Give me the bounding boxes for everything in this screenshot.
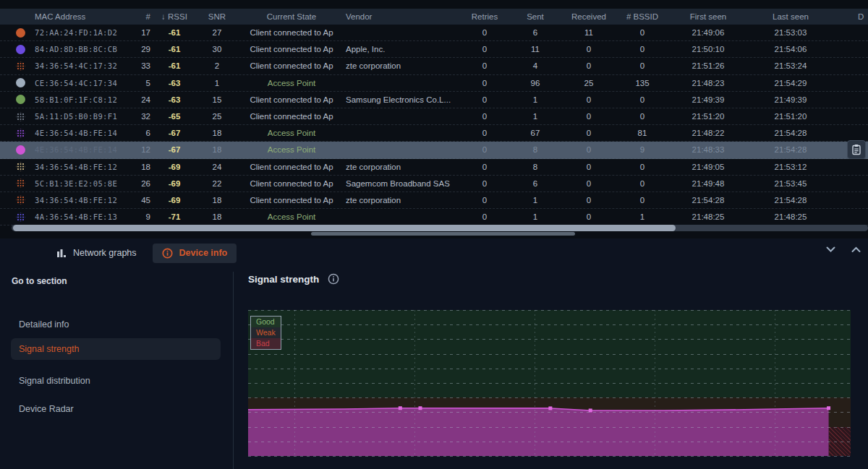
cell-bssid: 0: [616, 95, 668, 104]
device-dot-cell: [0, 212, 29, 222]
chart-title: Signal strength: [248, 274, 319, 285]
cell-received: 0: [561, 179, 616, 188]
data-point-marker[interactable]: [419, 406, 422, 410]
cell-snr: 18: [195, 196, 239, 205]
cell-sent: 11: [509, 45, 561, 53]
cell-rssi: -67: [153, 145, 195, 154]
cell-count: 29: [123, 45, 153, 53]
cell-bssid: 0: [616, 196, 668, 205]
cell-count: 17: [123, 28, 153, 37]
page-scrollbar-thumb[interactable]: [311, 232, 575, 236]
cell-rssi: -63: [153, 79, 195, 87]
table-row[interactable]: 34:36:54:4C:17:3233-612Client connected …: [0, 58, 868, 74]
table-row[interactable]: 4A:36:54:4B:FE:139-7118Access Point01012…: [0, 209, 868, 225]
cell-first-seen: 21:49:06: [668, 28, 748, 37]
column-header-rssi[interactable]: ↓ RSSI: [153, 12, 195, 21]
chevron-up-icon[interactable]: [851, 246, 861, 253]
info-tooltip-icon[interactable]: [328, 273, 339, 285]
info-icon: [162, 248, 173, 259]
device-color-icon: [16, 95, 25, 104]
device-dot-cell: [0, 78, 29, 87]
table-row[interactable]: 4E:36:54:4B:FE:1412-6718Access Point0809…: [0, 142, 868, 158]
table-row[interactable]: 4E:36:54:4B:FE:146-6718Access Point06708…: [0, 125, 868, 142]
column-header-first-seen[interactable]: First seen: [668, 12, 748, 21]
data-point-marker[interactable]: [827, 406, 830, 410]
cell-received: 0: [561, 129, 616, 137]
cell-last-seen: 21:54:28: [748, 196, 833, 205]
cell-bssid: 0: [616, 179, 668, 188]
y-gridline: [248, 354, 851, 355]
table-horizontal-scrollbar-thumb[interactable]: [13, 225, 676, 231]
tab-device-info[interactable]: Device info: [153, 244, 237, 263]
column-header-state[interactable]: Current State: [239, 12, 344, 21]
table-row[interactable]: 72:AA:24:FD:1A:D217-6127Client connected…: [0, 25, 868, 41]
cell-first-seen: 21:51:26: [668, 61, 748, 70]
device-dot-cell: [0, 178, 29, 188]
cell-sent: 4: [509, 61, 561, 70]
cell-bssid: 81: [616, 129, 668, 137]
cell-last-seen: 21:49:39: [748, 95, 833, 104]
tab-network-graphs[interactable]: Network graphs: [56, 248, 137, 258]
device-dot-cell: [0, 162, 29, 171]
device-dot-cell: [0, 112, 29, 121]
device-color-icon: [16, 61, 25, 71]
cell-rssi: -61: [153, 61, 195, 70]
device-color-icon: [16, 112, 25, 121]
column-header-sent[interactable]: Sent: [509, 12, 561, 21]
device-color-icon: [16, 129, 25, 138]
device-dot-cell: [0, 95, 29, 104]
column-header-snr[interactable]: SNR: [195, 12, 239, 21]
cell-snr: 24: [195, 163, 239, 171]
cell-sent: 8: [509, 163, 561, 171]
sidebar-item-signal-strength[interactable]: Signal strength: [11, 338, 221, 360]
data-point-marker[interactable]: [548, 406, 552, 410]
table-row[interactable]: 5C:B1:3E:E2:05:8E26-6922Client connected…: [0, 176, 868, 192]
column-header-overflow[interactable]: D: [833, 12, 868, 21]
cell-mac: CE:36:54:4C:17:34: [29, 79, 123, 87]
y-gridline: [248, 397, 851, 398]
column-header-received[interactable]: Received: [561, 12, 616, 21]
rssi-header-label: RSSI: [168, 12, 187, 21]
table-row[interactable]: CE:36:54:4C:17:345-631Access Point096251…: [0, 75, 868, 92]
cell-retries: 0: [460, 179, 509, 188]
column-header-count[interactable]: #: [123, 12, 153, 21]
cell-last-seen: 21:53:45: [748, 179, 833, 188]
cell-received: 0: [561, 45, 616, 53]
table-row[interactable]: 34:36:54:4B:FE:1245-6918Client connected…: [0, 192, 868, 209]
cell-state: Client connected to Ap: [239, 45, 344, 53]
column-header-retries[interactable]: Retries: [460, 12, 509, 21]
section-sidebar: Go to section Detailed info Signal stren…: [0, 272, 233, 469]
sidebar-item-signal-distribution[interactable]: Signal distribution: [19, 376, 90, 386]
table-row[interactable]: 84:AD:8D:BB:8C:CB29-6130Client connected…: [0, 41, 868, 58]
column-header-vendor[interactable]: Vendor: [344, 12, 460, 21]
cell-snr: 25: [195, 112, 239, 121]
column-header-mac[interactable]: MAC Address: [29, 12, 123, 21]
legend-good: Good: [251, 317, 281, 327]
panel-controls: [826, 246, 861, 253]
chevron-down-icon[interactable]: [826, 246, 835, 253]
cell-vendor: Sagemcom Broadband SAS: [344, 179, 460, 188]
cell-bssid: 0: [616, 163, 668, 171]
cell-retries: 0: [460, 79, 509, 87]
cell-mac: 4A:36:54:4B:FE:13: [29, 212, 123, 221]
data-point-marker[interactable]: [399, 406, 402, 410]
cell-last-seen: 21:54:29: [748, 79, 833, 87]
column-header-last-seen[interactable]: Last seen: [748, 12, 833, 21]
sidebar-item-device-radar[interactable]: Device Radar: [19, 404, 74, 414]
cell-bssid: 9: [616, 145, 668, 154]
signal-strength-chart: Good Weak Bad 21:50:0021:51:0021:52:0021…: [248, 310, 851, 456]
sidebar-item-detailed-info[interactable]: Detailed info: [19, 319, 69, 330]
device-color-icon: [16, 28, 25, 38]
cell-first-seen: 21:49:05: [668, 163, 748, 171]
panel-tabs: Network graphs Device info: [56, 243, 237, 263]
cell-last-seen: 21:53:24: [748, 61, 833, 70]
table-horizontal-scrollbar-track[interactable]: [12, 225, 868, 231]
cell-sent: 1: [509, 196, 561, 205]
column-header-bssid[interactable]: # BSSID: [616, 12, 668, 21]
table-row[interactable]: 34:36:54:4B:FE:1218-6924Client connected…: [0, 159, 868, 176]
copy-row-button[interactable]: [847, 140, 866, 159]
chart-legend: Good Weak Bad: [250, 316, 281, 350]
table-row[interactable]: 58:B1:0F:1F:C8:1224-6315Client connected…: [0, 92, 868, 108]
y-gridline: [248, 456, 851, 457]
table-row[interactable]: 5A:11:D5:B0:B9:F132-6525Client connected…: [0, 108, 868, 125]
